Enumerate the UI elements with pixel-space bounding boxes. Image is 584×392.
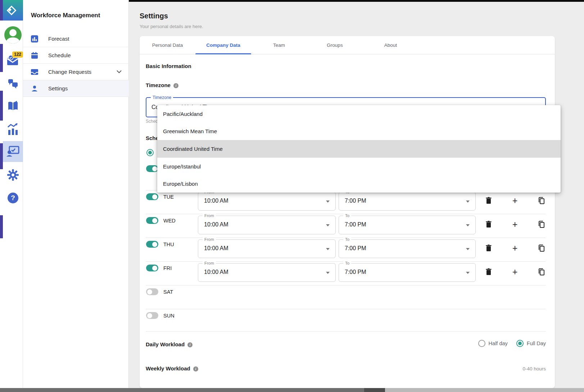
calendar-icon: [31, 52, 38, 59]
from-time-select[interactable]: From 10:00 AM: [198, 192, 336, 211]
sidebar-item-change-requests[interactable]: Change Requests: [23, 64, 129, 80]
icon-rail: 122: [3, 0, 23, 388]
caret-down-icon: [466, 272, 470, 274]
settings-gear-icon[interactable]: [3, 167, 23, 183]
dropdown-option-highlighted[interactable]: Coordinated United Time: [157, 140, 561, 158]
horizontal-scrollbar[interactable]: [0, 388, 584, 392]
to-time-select[interactable]: To 7:00 PM: [339, 239, 476, 258]
app-title: Workforce Management: [31, 12, 100, 19]
from-time-select[interactable]: From 10:00 AM: [198, 263, 336, 282]
knowledge-book-icon[interactable]: [3, 99, 23, 113]
schedule-row-tue: TUE From 10:00 AM To 7:00 PM +: [146, 190, 546, 214]
add-icon[interactable]: +: [510, 220, 520, 229]
info-icon[interactable]: i: [187, 342, 193, 347]
tab-company-data[interactable]: Company Data: [195, 36, 251, 54]
radio-selected-icon: [146, 149, 154, 156]
daily-workload-title: Daily Workloadi: [146, 341, 193, 347]
to-time-select[interactable]: To 7:00 PM: [339, 263, 476, 282]
help-icon[interactable]: ?: [3, 192, 23, 204]
copy-icon[interactable]: [537, 243, 546, 253]
chat-icon[interactable]: [3, 76, 23, 91]
tab-about[interactable]: About: [363, 36, 418, 54]
to-time-select[interactable]: To 7:00 PM: [339, 192, 476, 211]
caret-down-icon: [466, 200, 470, 203]
sidebar-item-forecast[interactable]: Forecast: [23, 31, 129, 47]
dropdown-option[interactable]: Europe/Lisbon: [157, 175, 561, 193]
day-toggle[interactable]: [146, 312, 158, 319]
day-label: WED: [163, 218, 176, 224]
tab-team[interactable]: Team: [251, 36, 307, 54]
full-day-option[interactable]: Full Day: [516, 340, 546, 347]
caret-down-icon: [326, 272, 330, 274]
tab-bar: Personal Data Company Data Team Groups A…: [140, 36, 555, 54]
workforce-management-icon[interactable]: [3, 143, 23, 160]
day-toggle[interactable]: [146, 217, 158, 224]
caret-down-icon: [466, 224, 470, 226]
sidebar-item-schedule[interactable]: Schedule: [23, 47, 129, 64]
caret-down-icon: [326, 224, 330, 226]
page-title: Settings: [140, 12, 168, 20]
sidebar: Workforce Management Forecast Schedule: [23, 0, 129, 388]
add-icon[interactable]: +: [510, 267, 520, 276]
inbox-mail-icon[interactable]: 122: [3, 51, 23, 69]
scrollbar-thumb[interactable]: [0, 388, 364, 392]
schedule-row-sat: SAT: [146, 285, 546, 309]
schedule-row-sun: SUN: [146, 309, 546, 333]
info-icon[interactable]: i: [173, 83, 178, 88]
day-label: SUN: [163, 313, 175, 319]
inbox-icon: [31, 68, 38, 76]
info-icon[interactable]: i: [193, 366, 198, 371]
day-toggle[interactable]: [146, 265, 158, 271]
from-time-select[interactable]: From 10:00 AM: [198, 216, 336, 234]
day-label: THU: [163, 242, 174, 247]
dropdown-option[interactable]: Pacific/Auckland: [157, 105, 561, 123]
day-label: FRI: [163, 265, 172, 271]
caret-down-icon: [466, 248, 470, 250]
daily-workload-row: Daily Workloadi Half day Full Day: [146, 341, 546, 348]
unread-count-badge: 122: [12, 51, 23, 58]
divider: [146, 331, 546, 332]
caret-down-icon: [326, 248, 330, 250]
radio-selected-icon: [516, 340, 524, 347]
timezone-dropdown: Pacific/Auckland Greenwich Mean Time Coo…: [157, 105, 561, 193]
to-time-select[interactable]: To 7:00 PM: [339, 216, 476, 234]
delete-icon[interactable]: [484, 267, 493, 276]
schedule-row-thu: THU From 10:00 AM To 7:00 PM +: [146, 238, 546, 261]
day-toggle[interactable]: [146, 241, 158, 248]
day-label: TUE: [163, 194, 174, 200]
page-subtitle: Your personal details are here.: [140, 24, 203, 29]
app-logo-icon[interactable]: [0, 0, 23, 21]
window-top-edge: [129, 0, 584, 2]
sidebar-item-label: Schedule: [48, 52, 71, 58]
from-time-select[interactable]: From 10:00 AM: [198, 239, 336, 258]
analytics-icon[interactable]: [3, 122, 23, 137]
schedule-row-fri: FRI From 10:00 AM To 7:00 PM +: [146, 261, 546, 285]
person-icon: [31, 85, 38, 92]
sidebar-item-settings[interactable]: Settings: [23, 80, 129, 97]
settings-card: Personal Data Company Data Team Groups A…: [140, 36, 555, 388]
tab-personal-data[interactable]: Personal Data: [140, 36, 195, 54]
timezone-title: Timezonei: [146, 82, 178, 88]
day-toggle[interactable]: [146, 193, 158, 200]
delete-icon[interactable]: [484, 196, 493, 205]
add-icon[interactable]: +: [510, 243, 520, 253]
weekly-workload-title: Weekly Workloadi: [146, 365, 198, 371]
weekly-hours-range: 0-40 hours: [522, 366, 546, 371]
copy-icon[interactable]: [537, 196, 546, 205]
sidebar-item-label: Change Requests: [48, 69, 91, 75]
delete-icon[interactable]: [484, 243, 493, 253]
profile-avatar-icon[interactable]: [3, 26, 23, 44]
dropdown-option[interactable]: Europe/Istanbul: [157, 158, 561, 175]
delete-icon[interactable]: [484, 220, 493, 229]
add-icon[interactable]: +: [510, 196, 520, 205]
half-day-option[interactable]: Half day: [478, 340, 508, 347]
tab-groups[interactable]: Groups: [307, 36, 363, 54]
copy-icon[interactable]: [537, 267, 546, 276]
day-toggle-mon[interactable]: [146, 165, 158, 172]
copy-icon[interactable]: [537, 220, 546, 229]
chevron-down-icon[interactable]: [117, 70, 122, 73]
dropdown-option[interactable]: Greenwich Mean Time: [157, 123, 561, 140]
basic-information-title: Basic Information: [146, 63, 191, 69]
weekly-workload-row: Weekly Workloadi 0-40 hours: [146, 365, 546, 372]
day-toggle[interactable]: [146, 288, 158, 295]
